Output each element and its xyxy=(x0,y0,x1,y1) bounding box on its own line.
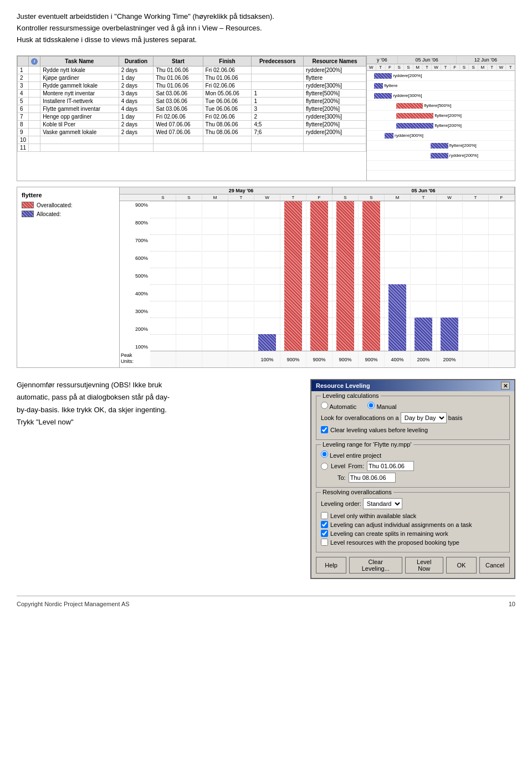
row-id: 1 xyxy=(18,66,29,74)
gantt-chart-date-header: y '06 05 Jun '06 12 Jun '06 xyxy=(367,56,515,64)
y-axis-label: 800% xyxy=(122,220,148,226)
gantt-right-panel: y '06 05 Jun '06 12 Jun '06 W T F S S M … xyxy=(366,56,515,181)
row-finish: Fri 02.06.06 xyxy=(203,66,252,74)
gantt-bar-row xyxy=(367,171,515,181)
row-info xyxy=(29,129,40,136)
radio-level-entire[interactable] xyxy=(321,450,328,458)
gantt-bar-row: flyttere[200%] xyxy=(367,141,515,151)
row-finish: Tue 06.06.06 xyxy=(203,105,252,113)
bar-column xyxy=(228,201,254,351)
y-axis-label: 300% xyxy=(122,309,148,314)
bar-column xyxy=(489,201,515,351)
footer: Copyright Nordic Project Management AS 1… xyxy=(17,596,515,607)
y-axis-label: 600% xyxy=(122,255,148,261)
gantt-top: i Task Name Duration Start Finish Predec… xyxy=(17,56,515,181)
resource-leveling-dialog: Resource Leveling ✕ Leveling calculation… xyxy=(310,379,515,579)
col-info: i xyxy=(29,57,40,66)
row-start: Thu 01.06.06 xyxy=(154,82,203,90)
row-taskname: Flytte gammelt inventar xyxy=(40,105,119,113)
leveling-calculations-group: Leveling calculations Automatic Manual L… xyxy=(316,396,510,440)
resource-bar xyxy=(310,201,328,351)
peak-cell xyxy=(489,351,515,367)
dialog-titlebar: Resource Leveling ✕ xyxy=(311,380,514,391)
to-date-input[interactable] xyxy=(349,473,396,483)
bottom-line4: Trykk "Level now" xyxy=(17,416,299,428)
radio-manual[interactable] xyxy=(367,402,375,409)
resource-bar xyxy=(388,284,406,351)
row-pred: 1 xyxy=(252,98,304,105)
overallocated-box xyxy=(22,202,34,208)
row-info xyxy=(29,136,40,144)
row-pred: 2 xyxy=(252,113,304,121)
table-row: 10 xyxy=(18,136,366,144)
y-axis-label: 100% xyxy=(122,344,148,350)
intro-line3: Husk at tidsskalene i disse to views må … xyxy=(17,34,515,46)
intro-line1: Juster eventuelt arbeidstiden i "Change … xyxy=(17,11,515,23)
range-radio-group: Level entire project xyxy=(321,450,505,459)
cb1-label: Level only within available slack xyxy=(330,513,416,519)
radio-group: Automatic Manual xyxy=(321,402,505,410)
peak-label: PeakUnits: xyxy=(120,351,150,366)
table-row: 3 Rydde gammelt lokale 2 days Thu 01.06.… xyxy=(18,82,366,90)
bottom-line1: Gjennomfør ressursutjevning (OBS! Ikke b… xyxy=(17,379,299,391)
bar-column xyxy=(202,201,228,351)
cb4[interactable] xyxy=(321,539,328,546)
row-info xyxy=(29,113,40,121)
peak-cell: 200% xyxy=(411,351,437,367)
row-duration: 1 day xyxy=(119,74,154,82)
leveling-order-row: Leveling order: Standard xyxy=(321,498,505,509)
row-id: 6 xyxy=(18,105,29,113)
help-button[interactable]: Help xyxy=(316,557,346,574)
radio-automatic-label: Automatic xyxy=(321,402,356,410)
intro-text: Juster eventuelt arbeidstiden i "Change … xyxy=(17,11,515,45)
gantt-bar-row: flyttere[500%] xyxy=(367,101,515,111)
level-now-button[interactable]: Level Now xyxy=(405,557,443,574)
cb2[interactable] xyxy=(321,521,328,528)
gantt-bar-label: flyttere xyxy=(384,83,397,88)
gantt-bar-label: ryddere[300%] xyxy=(395,133,423,138)
peak-units-row: PeakUnits: 100%900%900%900%900%400%200%2… xyxy=(150,351,515,367)
clear-leveling-checkbox[interactable] xyxy=(321,426,328,433)
y-axis-label: 900% xyxy=(122,202,148,208)
resource-chart-inner: flyttere Overallocated: Allocated: 29 Ma… xyxy=(17,187,515,367)
cb1[interactable] xyxy=(321,512,328,519)
allocated-label: Allocated: xyxy=(37,211,61,217)
peak-cell: 200% xyxy=(437,351,463,367)
resource-bar xyxy=(258,334,276,351)
radio-level-range[interactable] xyxy=(321,463,328,470)
bars-area: 100%200%300%400%500%600%700%800%900% Pea… xyxy=(120,201,515,367)
rc-day-cell: T xyxy=(411,194,437,201)
footer-page: 10 xyxy=(509,601,515,607)
radio-automatic[interactable] xyxy=(321,402,328,409)
peak-cell: 900% xyxy=(332,351,359,367)
look-for-select[interactable]: Day by Day xyxy=(401,412,447,423)
chart-area: 29 May '06 05 Jun '06 SSMTWTFSSMTWTF 100… xyxy=(120,187,515,367)
row-pred xyxy=(252,74,304,82)
cb3[interactable] xyxy=(321,530,328,537)
y-axis-label: 400% xyxy=(122,291,148,296)
bottom-section: Gjennomfør ressursutjevning (OBS! Ikke b… xyxy=(17,379,515,579)
table-row: 7 Henge opp gardiner 1 day Fri 02.06.06 … xyxy=(18,113,366,121)
gantt-bar-label: ryddere[300%] xyxy=(393,93,422,98)
to-label: To: xyxy=(337,474,346,481)
row-start: Sat 03.06.06 xyxy=(154,90,203,98)
gantt-bar: ryddere[300%] xyxy=(374,93,392,99)
cancel-button[interactable]: Cancel xyxy=(479,557,510,574)
gantt-bar-label: flyttere[200%] xyxy=(449,143,477,148)
row-duration: 2 days xyxy=(119,129,154,136)
ok-button[interactable]: OK xyxy=(446,557,477,574)
cb2-label: Leveling can adjust individual assignmen… xyxy=(330,521,472,528)
from-date-input[interactable] xyxy=(367,461,414,471)
rc-day-cell: F xyxy=(489,194,515,201)
dialog-close-button[interactable]: ✕ xyxy=(501,382,510,390)
date-header-2: 05 Jun '06 xyxy=(398,56,457,64)
gantt-bar-row: ryddere[200%] xyxy=(367,71,515,81)
clear-leveling-button[interactable]: Clear Leveling... xyxy=(349,557,402,574)
rc-day-cell: M xyxy=(202,194,228,201)
bar-column xyxy=(280,201,306,351)
leveling-order-select[interactable]: Standard xyxy=(363,498,402,509)
row-id: 4 xyxy=(18,90,29,98)
row-taskname: Montere nytt inventar xyxy=(40,90,119,98)
gantt-day-header: W T F S S M T W T F S S M T W T xyxy=(367,64,515,71)
rc-day-cell: S xyxy=(150,194,176,201)
